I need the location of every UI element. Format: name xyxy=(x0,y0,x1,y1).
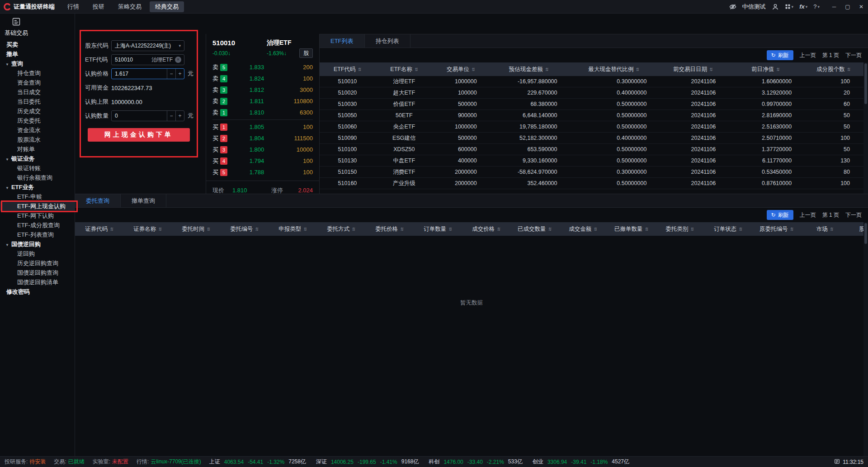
column-header-10[interactable]: 成交金额⇅ xyxy=(559,225,607,233)
ask-row-2[interactable]: 卖21.811110800 xyxy=(212,95,313,107)
shareholder-account-select[interactable]: 上海A-A122522249(主) ▾ xyxy=(111,40,184,51)
column-header-3[interactable]: 预估现金差额⇅ xyxy=(489,66,569,73)
refresh-button[interactable]: ↻ 刷新 xyxy=(767,50,793,60)
column-header-0[interactable]: ETF代码⇅ xyxy=(320,66,375,73)
sidebar-item-5[interactable]: 当日成交 xyxy=(0,87,75,97)
etf-code-input[interactable]: 510010 治理ETF × xyxy=(111,54,184,65)
bid-row-1[interactable]: 买11.805100 xyxy=(212,121,313,133)
next-page-button[interactable]: 下一页 xyxy=(845,52,862,59)
tab-ETF列表[interactable]: ETF列表 xyxy=(320,34,365,48)
sidebar-item-0[interactable]: 买卖 xyxy=(0,40,75,49)
scrollbar-thumb[interactable] xyxy=(864,63,867,104)
sidebar-item-22[interactable]: 逆回购 xyxy=(0,249,75,258)
ask-row-5[interactable]: 卖51.833200 xyxy=(212,62,313,73)
quantity-increment-button[interactable]: + xyxy=(175,111,184,121)
quantity-decrement-button[interactable]: − xyxy=(167,111,175,121)
column-header-4[interactable]: 最大现金替代比例⇅ xyxy=(569,66,659,73)
prev-page-button[interactable]: 上一页 xyxy=(800,52,816,59)
column-header-11[interactable]: 已撤单数量⇅ xyxy=(607,225,656,233)
column-header-9[interactable]: 已成交数量⇅ xyxy=(510,225,559,233)
sidebar-item-2[interactable]: ▼查询 xyxy=(0,59,75,68)
table-row-3[interactable]: 51005050ETF9000006,648.1400000.500000002… xyxy=(320,110,868,121)
ask-row-4[interactable]: 卖41.824100 xyxy=(212,73,313,84)
bid-row-4[interactable]: 买41.794100 xyxy=(212,155,313,167)
apps-grid-icon[interactable]: ▾ xyxy=(785,4,794,10)
maximize-button[interactable]: ▢ xyxy=(841,0,854,14)
module-basic-trading[interactable]: 基础交易 xyxy=(0,14,33,37)
tab-撤单查询[interactable]: 撤单查询 xyxy=(121,194,166,207)
sidebar-item-1[interactable]: 撤单 xyxy=(0,49,75,59)
sidebar-item-24[interactable]: 国债逆回购查询 xyxy=(0,268,75,277)
table-row-0[interactable]: 510010治理ETF1000000-16,957.8800000.300000… xyxy=(320,76,868,87)
tab-持仓列表[interactable]: 持仓列表 xyxy=(365,34,410,48)
column-header-6[interactable]: 前日净值⇅ xyxy=(727,66,803,73)
sidebar-item-12[interactable]: ▼银证业务 xyxy=(0,154,75,163)
column-header-14[interactable]: 原委托编号⇅ xyxy=(752,225,801,233)
ask-row-3[interactable]: 卖31.8123000 xyxy=(212,84,313,95)
sidebar-item-21[interactable]: ▼国债逆回购 xyxy=(0,239,75,249)
sidebar-item-25[interactable]: 国债逆回购清单 xyxy=(0,277,75,287)
column-header-3[interactable]: 委托编号⇅ xyxy=(220,225,269,233)
bid-row-3[interactable]: 买31.80010000 xyxy=(212,144,313,155)
vertical-scrollbar[interactable] xyxy=(863,222,868,456)
vertical-scrollbar[interactable] xyxy=(863,62,868,194)
sidebar-item-14[interactable]: 银行余额查询 xyxy=(0,173,75,182)
refresh-button[interactable]: ↻ 刷新 xyxy=(767,210,793,220)
user-icon[interactable] xyxy=(772,3,779,10)
log-panel-icon[interactable] xyxy=(834,458,840,466)
clear-icon[interactable]: × xyxy=(175,57,181,63)
sidebar-item-9[interactable]: 资金流水 xyxy=(0,125,75,135)
sidebar-item-18[interactable]: ETF-网下认购 xyxy=(0,211,75,220)
sidebar-item-26[interactable]: 修改密码 xyxy=(0,287,75,296)
sidebar-item-11[interactable]: 对账单 xyxy=(0,144,75,154)
column-header-5[interactable]: 委托方式⇅ xyxy=(317,225,365,233)
menu-行情[interactable]: 行情 xyxy=(62,1,85,12)
sidebar-item-10[interactable]: 股票流水 xyxy=(0,135,75,144)
menu-经典交易[interactable]: 经典交易 xyxy=(150,1,184,12)
tab-委托查询[interactable]: 委托查询 xyxy=(75,194,121,207)
sidebar-item-6[interactable]: 当日委托 xyxy=(0,97,75,106)
table-row-9[interactable]: 510160产业升级2000000352.4600000.50000000202… xyxy=(320,178,868,189)
column-header-6[interactable]: 委托价格⇅ xyxy=(365,225,414,233)
next-page-button[interactable]: 下一页 xyxy=(845,211,862,219)
sidebar-item-13[interactable]: 银证转账 xyxy=(0,163,75,173)
sidebar-item-4[interactable]: 资金查询 xyxy=(0,78,75,87)
sidebar-item-16[interactable]: ETF-申赎 xyxy=(0,192,75,201)
prev-page-button[interactable]: 上一页 xyxy=(800,211,816,219)
table-row-5[interactable]: 510090ESG建信50000052,182.3000000.40000000… xyxy=(320,133,868,144)
column-header-0[interactable]: 证券代码⇅ xyxy=(75,225,123,233)
column-header-8[interactable]: 成交价格⇅ xyxy=(462,225,510,233)
table-row-7[interactable]: 510130中盘ETF4000009,330.1600000.500000002… xyxy=(320,155,868,167)
close-button[interactable]: ✕ xyxy=(854,0,868,14)
table-row-2[interactable]: 510030价值ETF50000068.3800000.500000002024… xyxy=(320,99,868,110)
column-header-12[interactable]: 委托类别⇅ xyxy=(656,225,704,233)
price-increment-button[interactable]: + xyxy=(175,69,184,79)
help-button[interactable]: ? ▾ xyxy=(813,3,820,10)
price-decrement-button[interactable]: − xyxy=(167,69,175,79)
column-header-15[interactable]: 市场⇅ xyxy=(801,225,849,233)
sidebar-item-23[interactable]: 历史逆回购查询 xyxy=(0,258,75,268)
column-header-13[interactable]: 订单状态⇅ xyxy=(704,225,752,233)
column-header-1[interactable]: 证券名称⇅ xyxy=(123,225,172,233)
column-header-4[interactable]: 申报类型⇅ xyxy=(269,225,317,233)
column-header-7[interactable]: 成分股个数⇅ xyxy=(803,66,863,73)
column-header-7[interactable]: 订单数量⇅ xyxy=(414,225,462,233)
sidebar-item-15[interactable]: ▼ETF业务 xyxy=(0,182,75,192)
ask-row-1[interactable]: 卖11.8106300 xyxy=(212,107,313,118)
submit-order-button[interactable]: 网上现金认购下单 xyxy=(88,128,190,142)
sidebar-item-8[interactable]: 历史委托 xyxy=(0,116,75,125)
sidebar-item-3[interactable]: 持仓查询 xyxy=(0,68,75,78)
sidebar-item-7[interactable]: 历史成交 xyxy=(0,106,75,116)
menu-策略交易[interactable]: 策略交易 xyxy=(113,1,147,12)
table-row-1[interactable]: 510020超大ETF100000229.6700000.40000000202… xyxy=(320,87,868,99)
menu-投研[interactable]: 投研 xyxy=(87,1,110,12)
column-header-1[interactable]: ETF名称⇅ xyxy=(375,66,433,73)
unit-toggle-button[interactable]: 股 xyxy=(299,48,313,58)
quantity-input[interactable]: 0 − + xyxy=(111,110,184,121)
sidebar-item-17[interactable]: ETF-网上现金认购 xyxy=(0,201,75,211)
bid-row-5[interactable]: 买51.788100 xyxy=(212,167,313,178)
fx-functions-button[interactable]: fx ▾ xyxy=(799,3,807,10)
column-header-2[interactable]: 交易单位⇅ xyxy=(433,66,489,73)
sidebar-item-20[interactable]: ETF-列表查询 xyxy=(0,230,75,239)
price-input[interactable]: 1.617 − + xyxy=(111,68,184,79)
